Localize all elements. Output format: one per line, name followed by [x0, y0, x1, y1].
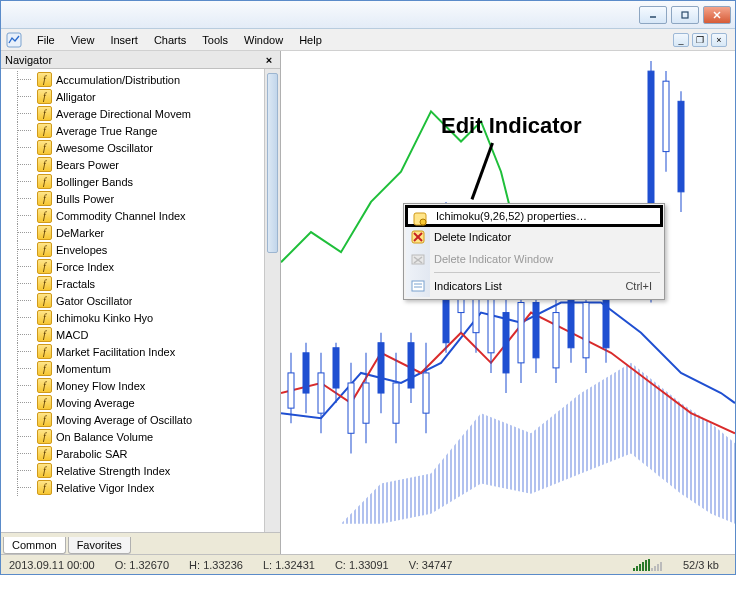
- ctx-shortcut: Ctrl+I: [625, 280, 662, 292]
- svg-rect-47: [603, 292, 609, 347]
- close-button[interactable]: [703, 6, 731, 24]
- tree-item[interactable]: fFractals: [7, 275, 264, 292]
- mdi-close-button[interactable]: ×: [711, 33, 727, 47]
- tab-favorites[interactable]: Favorites: [68, 537, 131, 554]
- status-transfer: 52/3 kb: [673, 559, 729, 571]
- indicator-icon: f: [37, 276, 52, 291]
- tree-item[interactable]: fForce Index: [7, 258, 264, 275]
- indicator-icon: f: [37, 174, 52, 189]
- delete-window-icon: [410, 251, 426, 267]
- svg-rect-35: [503, 313, 509, 373]
- tree-item[interactable]: fMomentum: [7, 360, 264, 377]
- tree-item[interactable]: fEnvelopes: [7, 241, 264, 258]
- navigator-panel: Navigator × fAccumulation/Distribution f…: [1, 51, 281, 554]
- tree-item[interactable]: fAlligator: [7, 88, 264, 105]
- svg-rect-21: [393, 383, 399, 423]
- title-bar: [1, 1, 735, 29]
- maximize-button[interactable]: [671, 6, 699, 24]
- svg-rect-45: [583, 303, 589, 358]
- tab-common[interactable]: Common: [3, 537, 66, 554]
- svg-rect-13: [333, 348, 339, 388]
- indicator-icon: f: [37, 140, 52, 155]
- indicator-icon: f: [37, 344, 52, 359]
- tree-item[interactable]: fMoney Flow Index: [7, 377, 264, 394]
- menu-help[interactable]: Help: [291, 31, 330, 49]
- menu-window[interactable]: Window: [236, 31, 291, 49]
- tree-item[interactable]: fAverage Directional Movem: [7, 105, 264, 122]
- ctx-indicators-list-label: Indicators List: [434, 280, 502, 292]
- indicator-icon: f: [37, 123, 52, 138]
- svg-rect-7: [288, 373, 294, 408]
- menu-file[interactable]: File: [29, 31, 63, 49]
- navigator-tree[interactable]: fAccumulation/Distribution fAlligator fA…: [1, 69, 264, 532]
- tree-item[interactable]: fBollinger Bands: [7, 173, 264, 190]
- scrollbar-thumb[interactable]: [267, 73, 278, 253]
- navigator-close-button[interactable]: ×: [262, 54, 276, 66]
- indicator-icon: f: [37, 395, 52, 410]
- indicator-icon: f: [37, 463, 52, 478]
- svg-rect-17: [363, 383, 369, 423]
- indicator-icon: f: [37, 242, 52, 257]
- indicator-icon: f: [37, 208, 52, 223]
- menu-insert[interactable]: Insert: [102, 31, 146, 49]
- indicator-icon: f: [37, 191, 52, 206]
- list-icon: [410, 278, 426, 294]
- tree-item[interactable]: fCommodity Channel Index: [7, 207, 264, 224]
- navigator-tabs: Common Favorites: [1, 532, 280, 554]
- tree-item[interactable]: fMoving Average of Oscillato: [7, 411, 264, 428]
- menu-view[interactable]: View: [63, 31, 103, 49]
- ctx-delete-indicator[interactable]: Delete Indicator: [406, 226, 662, 248]
- svg-rect-51: [663, 81, 669, 151]
- ctx-indicators-list[interactable]: Indicators List Ctrl+I: [406, 275, 662, 297]
- tree-item[interactable]: fMACD: [7, 326, 264, 343]
- delete-icon: [410, 229, 426, 245]
- indicator-icon: f: [37, 89, 52, 104]
- svg-rect-1: [682, 12, 688, 18]
- tree-item[interactable]: fAwesome Oscillator: [7, 139, 264, 156]
- indicator-icon: f: [37, 72, 52, 87]
- menu-bar: File View Insert Charts Tools Window Hel…: [1, 29, 735, 51]
- tree-item[interactable]: fDeMarker: [7, 224, 264, 241]
- tree-item[interactable]: fMarket Facilitation Index: [7, 343, 264, 360]
- chart-area[interactable]: Edit Indicator Ichimoku(9,26,52) propert…: [281, 51, 735, 554]
- ctx-separator: [434, 272, 660, 273]
- ctx-delete-indicator-label: Delete Indicator: [434, 231, 511, 243]
- tree-item[interactable]: fParabolic SAR: [7, 445, 264, 462]
- indicator-icon: f: [37, 412, 52, 427]
- indicator-icon: f: [37, 293, 52, 308]
- ctx-delete-window-label: Delete Indicator Window: [434, 253, 553, 265]
- app-logo-icon: [5, 31, 23, 49]
- tree-item[interactable]: fBulls Power: [7, 190, 264, 207]
- status-open: O: 1.32670: [105, 559, 179, 571]
- tree-item[interactable]: fAverage True Range: [7, 122, 264, 139]
- app-window: File View Insert Charts Tools Window Hel…: [0, 0, 736, 575]
- indicator-icon: f: [37, 429, 52, 444]
- minimize-button[interactable]: [639, 6, 667, 24]
- navigator-scrollbar[interactable]: [264, 69, 280, 532]
- svg-rect-19: [378, 343, 384, 393]
- svg-rect-41: [553, 313, 559, 368]
- ctx-properties[interactable]: Ichimoku(9,26,52) properties…: [405, 205, 663, 227]
- svg-rect-43: [568, 292, 574, 347]
- tree-item[interactable]: fOn Balance Volume: [7, 428, 264, 445]
- indicator-icon: f: [37, 310, 52, 325]
- tree-item[interactable]: fRelative Strength Index: [7, 462, 264, 479]
- indicator-icon: f: [37, 361, 52, 376]
- tree-item[interactable]: fIchimoku Kinko Hyo: [7, 309, 264, 326]
- svg-point-55: [420, 219, 426, 225]
- ctx-delete-window: Delete Indicator Window: [406, 248, 662, 270]
- tree-item[interactable]: fMoving Average: [7, 394, 264, 411]
- tree-item[interactable]: fGator Oscillator: [7, 292, 264, 309]
- tree-item[interactable]: fAccumulation/Distribution: [7, 71, 264, 88]
- properties-icon: [412, 211, 428, 227]
- mdi-restore-button[interactable]: ❐: [692, 33, 708, 47]
- menu-tools[interactable]: Tools: [194, 31, 236, 49]
- tree-item[interactable]: fRelative Vigor Index: [7, 479, 264, 496]
- indicator-icon: f: [37, 225, 52, 240]
- status-bar: 2013.09.11 00:00 O: 1.32670 H: 1.33236 L…: [1, 554, 735, 574]
- mdi-minimize-button[interactable]: _: [673, 33, 689, 47]
- svg-rect-23: [408, 343, 414, 388]
- tree-item[interactable]: fBears Power: [7, 156, 264, 173]
- indicator-icon: f: [37, 106, 52, 121]
- menu-charts[interactable]: Charts: [146, 31, 194, 49]
